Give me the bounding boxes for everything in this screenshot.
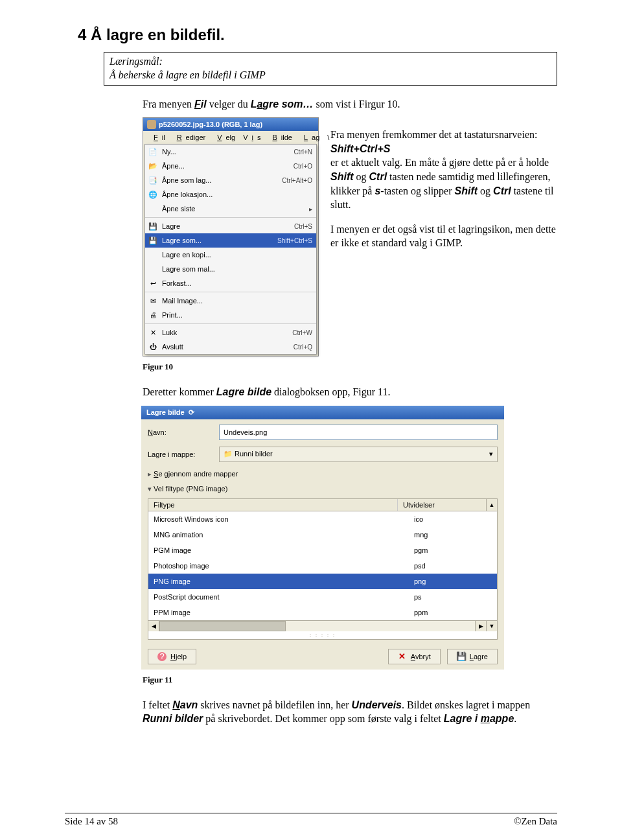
menu-item-icon: 📑 [148, 175, 158, 185]
save-icon: 💾 [457, 652, 466, 661]
menu-item-icon: ↩ [148, 278, 158, 288]
menu-item-shortcut: Ctrl+Q [294, 344, 312, 351]
menu-item-label: Åpne... [162, 162, 290, 170]
gimp-icon [147, 120, 156, 129]
menu-item-label: Mail Image... [162, 297, 308, 305]
resize-grip[interactable]: : : : : : [148, 631, 497, 639]
menu-item[interactable]: Åpne siste▸ [145, 202, 316, 216]
menu-item-icon: 💾 [148, 235, 158, 246]
menu-item-icon [148, 204, 158, 214]
chevron-down-icon: ▾ [489, 450, 493, 458]
cancel-button[interactable]: ✕ Avbryt [388, 649, 441, 664]
window-titlebar: p5260052.jpg-13.0 (RGB, 1 lag) [143, 118, 318, 131]
menu-bilde[interactable]: Bilde [264, 132, 295, 143]
save-button[interactable]: 💾 Lagre [447, 649, 498, 664]
menu-item-shortcut: Ctrl+S [294, 223, 312, 230]
menu-item-icon: ✉ [148, 296, 158, 306]
menu-item-icon: 💾 [148, 221, 158, 231]
menu-item[interactable]: 📑Åpne som lag...Ctrl+Alt+O [145, 173, 316, 187]
name-label: Navn: [148, 428, 213, 436]
scroll-up-icon[interactable]: ▲ [486, 499, 497, 511]
footer-left: Side 14 av 58 [65, 816, 118, 827]
menu-item[interactable]: ✕LukkCtrl+W [145, 325, 316, 340]
menu-item-label: Print... [162, 311, 308, 319]
window-title: p5260052.jpg-13.0 (RGB, 1 lag) [159, 121, 262, 128]
menu-item-label: Lagre [162, 222, 290, 230]
filetype-row[interactable]: PPM imageppm [148, 605, 497, 620]
side-explanation: Fra menyen fremkommer det at tastatursna… [330, 117, 557, 356]
name-input[interactable]: Undeveis.png [219, 425, 498, 440]
menu-item-icon: ✕ [148, 327, 158, 338]
col-filetype[interactable]: Filtype [148, 499, 398, 511]
scroll-right-icon[interactable]: ▶ [475, 621, 486, 631]
menu-item[interactable]: ↩Forkast... [145, 276, 316, 290]
menu-lag[interactable]: Lag [296, 132, 323, 143]
menu-item-label: Lagre en kopi... [162, 251, 308, 259]
menu-item[interactable]: 📄Ny...Ctrl+N [145, 145, 316, 159]
menu-item[interactable]: ✉Mail Image... [145, 294, 316, 308]
scroll-left-icon[interactable]: ◀ [148, 621, 159, 631]
menu-fil[interactable]: Fil [146, 132, 169, 143]
menu-item[interactable]: Lagre en kopi... [145, 248, 316, 262]
section-title: 4 Å lagre en bildefil. [78, 26, 557, 44]
menu-item-shortcut: Ctrl+Alt+O [282, 177, 312, 184]
menu-rediger[interactable]: Rediger [169, 132, 210, 143]
menu-item-shortcut: Ctrl+N [294, 148, 312, 156]
col-extension[interactable]: Utvidelser [398, 499, 486, 511]
folder-combo[interactable]: 📁 Runni bilder ▾ [219, 447, 498, 462]
menu-item-shortcut: Shift+Ctrl+S [277, 237, 312, 244]
filetype-expander[interactable]: Vel filtype (PNG image) [148, 484, 498, 495]
menu-item[interactable]: 💾Lagre som...Shift+Ctrl+S [145, 233, 316, 248]
menu-item[interactable]: 🌐Åpne lokasjon... [145, 187, 316, 202]
menu-item-label: Lukk [162, 329, 288, 336]
menu-item-label: Åpne som lag... [162, 176, 278, 184]
figure-11-caption: Figur 11 [143, 675, 557, 685]
goals-heading: Læringsmål: [109, 55, 551, 69]
gimp-menu-screenshot: p5260052.jpg-13.0 (RGB, 1 lag) Fil Redig… [143, 117, 319, 356]
menu-item-icon: ⏻ [148, 342, 158, 352]
footer-right: ©Zen Data [514, 816, 557, 827]
menu-item-icon: 🌐 [148, 189, 158, 200]
filetype-row[interactable]: PGM imagepgm [148, 542, 497, 558]
horizontal-scrollbar[interactable]: ◀ ▶ ▼ [148, 620, 497, 631]
after-paragraph: I feltet NavnNavn skrives navnet på bild… [143, 698, 557, 726]
menu-item-label: Forkast... [162, 279, 308, 287]
learning-goals-box: Læringsmål: Å beherske å lagre en bildef… [104, 52, 557, 86]
menu-item-label: Avslutt [162, 343, 290, 351]
menu-item[interactable]: Lagre som mal... [145, 262, 316, 276]
mid-paragraph: Deretter kommer Lagre bilde dialogboksen… [143, 385, 557, 399]
filetype-row[interactable]: Microsoft Windows iconico [148, 511, 497, 527]
dialog-title: Lagre bilde ⟳ [141, 406, 504, 419]
help-icon: ? [157, 652, 167, 661]
help-button[interactable]: ? Hjelp [148, 649, 196, 664]
menu-item-label: Åpne siste [162, 205, 305, 213]
menu-item-shortcut: ▸ [309, 205, 312, 213]
menu-item-shortcut: Ctrl+O [294, 163, 312, 170]
menu-item[interactable]: ⏻AvsluttCtrl+Q [145, 340, 316, 354]
menu-item-label: Åpne lokasjon... [162, 191, 308, 198]
menu-item-label: Lagre som mal... [162, 265, 308, 273]
menu-item-icon: 🖨 [148, 310, 158, 320]
menu-item-icon: 📂 [148, 161, 158, 171]
scroll-down-icon[interactable]: ▼ [486, 621, 497, 631]
menu-item-label: Ny... [162, 148, 290, 156]
browse-expander[interactable]: Se gjennom andre mapper [148, 469, 498, 480]
menu-item[interactable]: 💾LagreCtrl+S [145, 219, 316, 233]
goals-text: Å beherske å lagre en bildefil i GIMP [109, 69, 551, 82]
menubar: Fil Rediger Velg Vis Bilde Lag \ [143, 131, 318, 144]
save-dialog: Lagre bilde ⟳ Navn: Undeveis.png Lagre i… [141, 406, 504, 670]
dialog-title-icon: ⟳ [189, 408, 194, 417]
menu-item[interactable]: 🖨Print... [145, 308, 316, 322]
filetype-row[interactable]: PostScript documentps [148, 589, 497, 605]
folder-icon: 📁 [224, 450, 233, 458]
menu-item-shortcut: Ctrl+W [292, 329, 312, 336]
menu-item[interactable]: 📂Åpne...Ctrl+O [145, 159, 316, 173]
filetype-row[interactable]: Photoshop imagepsd [148, 558, 497, 574]
menu-vis[interactable]: Vis [239, 132, 264, 143]
menu-velg[interactable]: Velg [209, 132, 239, 143]
page-footer: Side 14 av 58 ©Zen Data [65, 813, 557, 827]
folder-label: Lagre i mappe: [148, 450, 213, 458]
filetype-row[interactable]: MNG animationmng [148, 527, 497, 542]
filetype-row[interactable]: PNG imagepng [148, 574, 497, 589]
menu-item-label: Lagre som... [162, 237, 273, 244]
